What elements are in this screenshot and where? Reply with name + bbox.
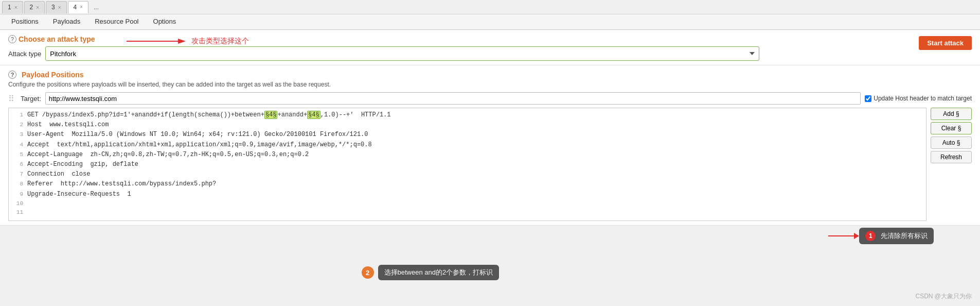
ann1-arrowhead: [854, 233, 859, 239]
annotation-1-bubble: 1 先清除所有标识: [859, 228, 934, 244]
target-label: Target:: [21, 95, 41, 103]
nav-tab-options[interactable]: Options: [146, 15, 184, 28]
tab-1-label: 1: [8, 4, 11, 11]
request-line-2: 2 Host www.testsqli.com: [11, 120, 924, 130]
tab-1-close[interactable]: ×: [14, 5, 17, 10]
attack-help-icon[interactable]: ?: [8, 35, 16, 43]
attack-type-select[interactable]: Pitchfork Sniper Battering Ram Cluster B…: [45, 46, 759, 61]
request-line-9: 9 Upgrade-Insecure-Requests 1: [11, 190, 924, 199]
payload-help-icon[interactable]: ?: [8, 71, 16, 79]
annotation-1: 1 先清除所有标识: [859, 228, 934, 244]
nav-tabs: Positions Payloads Resource Pool Options: [0, 14, 980, 30]
update-host-checkbox[interactable]: [865, 95, 871, 102]
side-buttons: Add § Clear § Auto § Refresh: [931, 108, 972, 163]
tab-bar: 1 × 2 × 3 × 4 × ...: [0, 0, 980, 14]
nav-tab-resource-pool[interactable]: Resource Pool: [87, 15, 146, 28]
tab-4-label: 4: [74, 4, 77, 11]
request-line-3: 3 User-Agent Mozilla/5.0 (Windows NT 10.…: [11, 130, 924, 140]
clear-section-button[interactable]: Clear §: [931, 122, 972, 134]
tab-4[interactable]: 4 ×: [68, 1, 89, 13]
param-highlight-2: §4§: [307, 111, 320, 119]
start-attack-button[interactable]: Start attack: [919, 36, 972, 50]
request-line-6: 6 Accept-Encoding gzip, deflate: [11, 160, 924, 169]
annotation-2-bubble: 选择between and的2个参数，打标识: [378, 265, 500, 280]
tab-1[interactable]: 1 ×: [2, 1, 23, 13]
sort-handle: ⠿: [8, 94, 14, 104]
payload-left: 1 GET /bypass/index5.php?id=1'+anandd+if…: [8, 108, 926, 221]
payload-main-row: 1 GET /bypass/index5.php?id=1'+anandd+if…: [8, 108, 972, 221]
tab-3-close[interactable]: ×: [58, 5, 61, 10]
annotation-1-badge: 1: [865, 231, 876, 241]
annotation-cn-text: 攻击类型选择这个: [191, 37, 249, 46]
request-line-7: 7 Connection close: [11, 169, 924, 179]
tab-2-close[interactable]: ×: [36, 5, 39, 10]
request-line-5: 5 Accept-Language zh-CN,zh;q=0.8,zh-TW;q…: [11, 150, 924, 160]
refresh-button[interactable]: Refresh: [931, 151, 972, 163]
nav-tab-positions[interactable]: Positions: [4, 15, 46, 28]
update-host-checkbox-row: Update Host header to match target: [865, 95, 972, 102]
target-row: ⠿ Target: Update Host header to match ta…: [8, 92, 972, 105]
ann1-line: [828, 235, 854, 236]
request-editor[interactable]: 1 GET /bypass/index5.php?id=1'+anandd+if…: [8, 108, 926, 221]
param-highlight-1: §4§: [264, 111, 278, 119]
nav-tab-payloads[interactable]: Payloads: [46, 15, 87, 28]
request-line-1: 1 GET /bypass/index5.php?id=1'+anandd+if…: [11, 110, 924, 120]
request-line-8: 8 Referer http://www.testsqli.com/bypass…: [11, 179, 924, 189]
tab-4-close[interactable]: ×: [80, 4, 83, 10]
add-section-button[interactable]: Add §: [931, 108, 972, 120]
annotation-2-badge: 2: [362, 266, 374, 279]
request-line-4: 4 Accept text/html,application/xhtml+xml…: [11, 140, 924, 150]
attack-type-section: ? Choose an attack type 攻击类型选择这个 Attack …: [0, 30, 980, 65]
auto-section-button[interactable]: Auto §: [931, 137, 972, 149]
choose-attack-label: Choose an attack type: [19, 35, 95, 43]
annotation-1-arrow: [828, 233, 859, 239]
annotation-arrow-attack: 攻击类型选择这个: [127, 36, 249, 46]
annotation-2-container: 2 选择between and的2个参数，打标识: [362, 265, 500, 280]
tab-3[interactable]: 3 ×: [46, 1, 67, 13]
csdn-watermark: CSDN @大象只为你: [915, 292, 972, 301]
tab-3-label: 3: [51, 4, 55, 11]
tab-2-label: 2: [30, 4, 33, 11]
payload-positions-section: ? Payload Positions Configure the positi…: [0, 65, 980, 226]
target-input[interactable]: [45, 92, 861, 105]
main-content: ? Choose an attack type 攻击类型选择这个 Attack …: [0, 30, 980, 226]
annotation-2: 2 选择between and的2个参数，打标识: [362, 265, 500, 280]
tab-2[interactable]: 2 ×: [24, 1, 45, 13]
attack-type-label: Attack type: [8, 50, 41, 58]
request-line-11: 11: [11, 208, 924, 217]
payload-positions-title: ? Payload Positions: [8, 71, 972, 79]
svg-marker-1: [178, 39, 186, 44]
request-line-10: 10: [11, 199, 924, 209]
payload-desc: Configure the positions where payloads w…: [8, 81, 972, 88]
annotations-overlay: 1 先清除所有标识: [859, 228, 934, 244]
tab-more[interactable]: ...: [90, 2, 103, 13]
